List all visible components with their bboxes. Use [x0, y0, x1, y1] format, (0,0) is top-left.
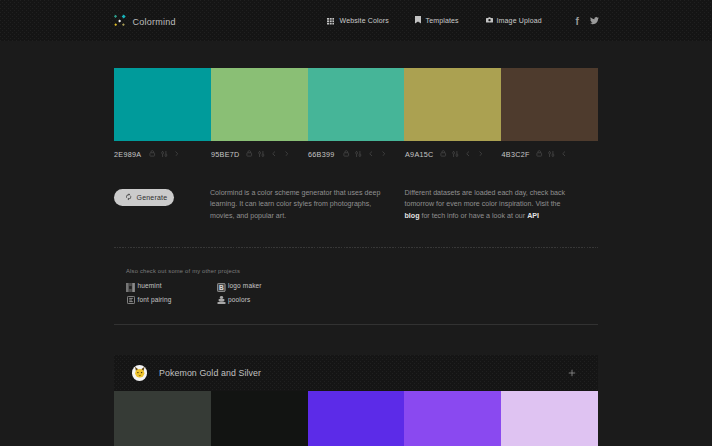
svg-text:B: B — [219, 284, 224, 291]
